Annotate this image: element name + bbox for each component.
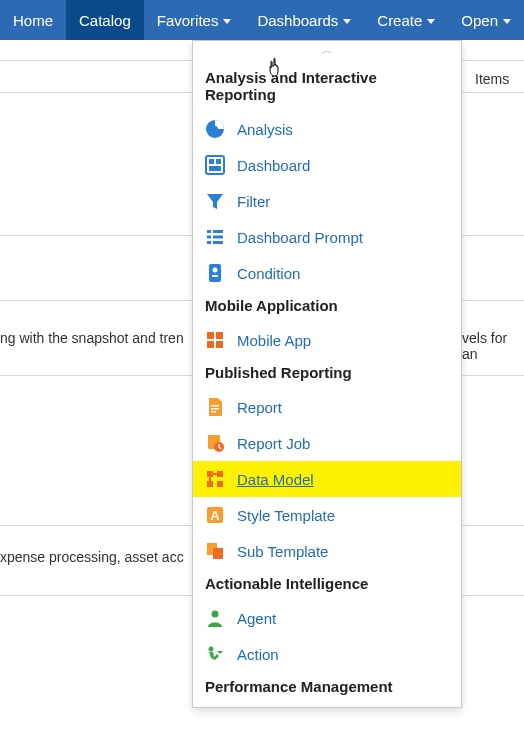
menu-item-style-template[interactable]: A Style Template	[193, 497, 461, 533]
svg-rect-16	[216, 332, 223, 339]
svg-rect-29	[209, 476, 211, 482]
nav-dashboards[interactable]: Dashboards	[244, 0, 364, 40]
menu-item-action[interactable]: Action	[193, 636, 461, 672]
menu-item-dashboard-prompt-label: Dashboard Prompt	[237, 229, 363, 246]
svg-rect-7	[213, 230, 223, 233]
menu-item-agent-label: Agent	[237, 610, 276, 627]
caret-down-icon	[343, 19, 351, 24]
svg-rect-20	[211, 408, 219, 410]
menu-item-analysis[interactable]: Analysis	[193, 111, 461, 147]
bg-levels-text: vels for an	[462, 330, 524, 362]
mobile-app-icon	[205, 330, 225, 350]
dashboard-prompt-icon	[205, 227, 225, 247]
menu-item-condition-label: Condition	[237, 265, 300, 282]
create-dropdown: ︿ Analysis and Interactive Reporting Ana…	[192, 40, 462, 708]
menu-item-report-job-label: Report Job	[237, 435, 310, 452]
nav-catalog[interactable]: Catalog	[66, 0, 144, 40]
menu-heading-analysis: Analysis and Interactive Reporting	[193, 63, 461, 111]
menu-heading-actionable: Actionable Intelligence	[193, 569, 461, 600]
nav-open-label: Open	[461, 12, 498, 29]
menu-item-dashboard[interactable]: Dashboard	[193, 147, 461, 183]
menu-heading-mobile: Mobile Application	[193, 291, 461, 322]
svg-rect-28	[212, 473, 218, 475]
menu-item-report-label: Report	[237, 399, 282, 416]
nav-favorites[interactable]: Favorites	[144, 0, 245, 40]
svg-rect-18	[216, 341, 223, 348]
svg-rect-6	[207, 230, 211, 233]
svg-point-1	[212, 126, 218, 132]
svg-rect-9	[213, 236, 223, 239]
svg-rect-27	[217, 481, 223, 487]
svg-rect-19	[211, 405, 219, 407]
analysis-icon	[205, 119, 225, 139]
svg-rect-5	[209, 166, 221, 171]
menu-item-analysis-label: Analysis	[237, 121, 293, 138]
bg-items-label: Items	[475, 71, 509, 87]
menu-item-dashboard-label: Dashboard	[237, 157, 310, 174]
report-icon	[205, 397, 225, 417]
dashboard-icon	[205, 155, 225, 175]
bg-snapshot-text: ng with the snapshot and tren	[0, 330, 184, 346]
svg-rect-21	[211, 411, 216, 413]
menu-item-mobile-app-label: Mobile App	[237, 332, 311, 349]
top-nav: Home Catalog Favorites Dashboards Create…	[0, 0, 524, 40]
menu-item-filter-label: Filter	[237, 193, 270, 210]
svg-rect-14	[212, 275, 218, 277]
nav-create[interactable]: Create	[364, 0, 448, 40]
data-model-icon	[205, 469, 225, 489]
menu-item-sub-template-label: Sub Template	[237, 543, 328, 560]
svg-rect-12	[209, 264, 221, 282]
nav-favorites-label: Favorites	[157, 12, 219, 29]
svg-rect-11	[213, 241, 223, 244]
svg-rect-3	[209, 159, 214, 164]
caret-down-icon	[223, 19, 231, 24]
sub-template-icon	[205, 541, 225, 561]
filter-icon	[205, 191, 225, 211]
caret-down-icon	[427, 19, 435, 24]
svg-point-13	[213, 268, 218, 273]
nav-home[interactable]: Home	[0, 0, 66, 40]
menu-item-action-label: Action	[237, 646, 279, 663]
menu-item-mobile-app[interactable]: Mobile App	[193, 322, 461, 358]
svg-rect-4	[216, 159, 221, 164]
svg-rect-15	[207, 332, 214, 339]
nav-open[interactable]: Open	[448, 0, 524, 40]
nav-home-label: Home	[13, 12, 53, 29]
action-icon	[205, 644, 225, 664]
menu-item-data-model-label: Data Model	[237, 471, 314, 488]
bg-expense-text: xpense processing, asset acc	[0, 549, 184, 565]
report-job-icon	[205, 433, 225, 453]
condition-icon	[205, 263, 225, 283]
style-template-icon: A	[205, 505, 225, 525]
menu-heading-published: Published Reporting	[193, 358, 461, 389]
menu-heading-performance: Performance Management	[193, 672, 461, 703]
menu-item-condition[interactable]: Condition	[193, 255, 461, 291]
svg-rect-10	[207, 241, 211, 244]
svg-point-34	[212, 611, 219, 618]
nav-dashboards-label: Dashboards	[257, 12, 338, 29]
agent-icon	[205, 608, 225, 628]
caret-down-icon	[503, 19, 511, 24]
svg-rect-2	[206, 156, 224, 174]
svg-rect-8	[207, 236, 211, 239]
svg-point-35	[209, 647, 214, 652]
menu-item-report[interactable]: Report	[193, 389, 461, 425]
svg-rect-33	[213, 548, 223, 559]
menu-item-sub-template[interactable]: Sub Template	[193, 533, 461, 569]
menu-item-agent[interactable]: Agent	[193, 600, 461, 636]
svg-rect-17	[207, 341, 214, 348]
svg-text:A: A	[210, 508, 220, 523]
menu-item-dashboard-prompt[interactable]: Dashboard Prompt	[193, 219, 461, 255]
nav-catalog-label: Catalog	[79, 12, 131, 29]
nav-create-label: Create	[377, 12, 422, 29]
menu-item-filter[interactable]: Filter	[193, 183, 461, 219]
menu-item-data-model[interactable]: Data Model	[193, 461, 461, 497]
menu-item-style-template-label: Style Template	[237, 507, 335, 524]
collapse-caret-icon[interactable]: ︿	[193, 41, 461, 63]
menu-item-report-job[interactable]: Report Job	[193, 425, 461, 461]
